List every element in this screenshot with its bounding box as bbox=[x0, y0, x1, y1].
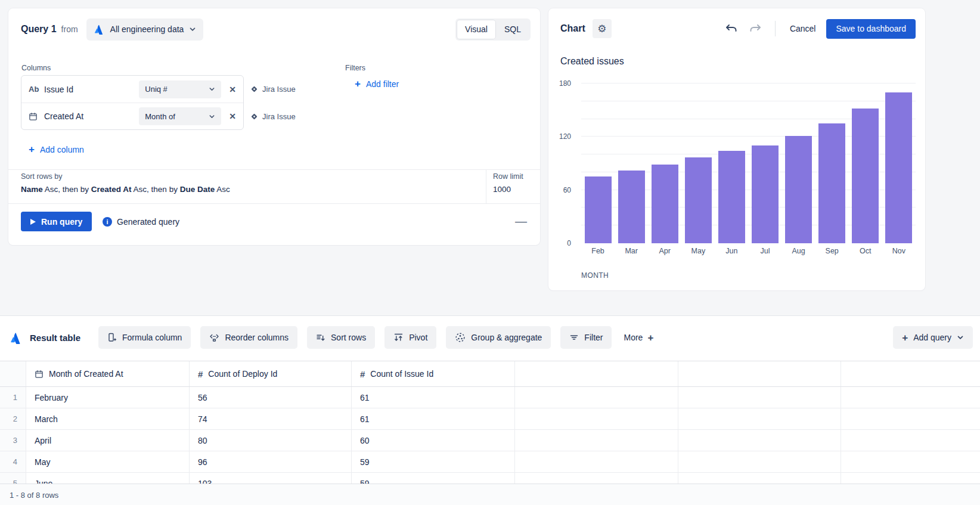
chart-bar[interactable] bbox=[885, 92, 912, 243]
aggregation-dropdown[interactable]: Uniq # bbox=[139, 80, 221, 98]
undo-button[interactable] bbox=[722, 21, 740, 36]
reorder-columns-button[interactable]: Reorder columns bbox=[200, 326, 297, 349]
button-label: Filter bbox=[584, 333, 603, 342]
x-axis-tick: Aug bbox=[782, 247, 815, 255]
row-number: 5 bbox=[0, 473, 26, 484]
source-tag: Jira Issue bbox=[250, 75, 296, 103]
filter-button[interactable]: Filter bbox=[560, 326, 612, 349]
redo-button[interactable] bbox=[746, 21, 764, 36]
tab-visual[interactable]: Visual bbox=[457, 20, 496, 39]
table-cell[interactable]: March bbox=[26, 408, 190, 429]
group-aggregate-icon bbox=[455, 332, 466, 343]
table-cell[interactable]: 61 bbox=[352, 408, 515, 429]
column-header-count-of-issue-id[interactable]: # Count of Issue Id bbox=[352, 361, 515, 386]
sort-value[interactable]: Name Asc, then by Created At Asc, then b… bbox=[21, 185, 230, 194]
column-header-month-of-created-at[interactable]: Month of Created At bbox=[26, 361, 190, 386]
table-cell[interactable]: 103 bbox=[190, 473, 352, 484]
table-row: 4May9659 bbox=[0, 451, 980, 473]
table-cell[interactable]: 74 bbox=[190, 408, 352, 429]
table-cell[interactable]: June bbox=[26, 473, 190, 484]
result-table-label: Result table bbox=[30, 333, 80, 343]
add-filter-button[interactable]: + Add filter bbox=[355, 79, 399, 89]
table-cell[interactable]: 59 bbox=[352, 451, 515, 472]
run-query-button[interactable]: Run query bbox=[21, 212, 92, 231]
table-cell[interactable]: 80 bbox=[190, 430, 352, 451]
table-cell[interactable]: February bbox=[26, 387, 190, 408]
save-to-dashboard-button[interactable]: Save to dashboard bbox=[826, 19, 916, 39]
x-axis-tick: Jul bbox=[748, 247, 781, 255]
result-table-title: Result table bbox=[10, 331, 80, 344]
aggregation-value: Month of bbox=[145, 112, 175, 121]
chart-bar[interactable] bbox=[685, 157, 712, 243]
bar-slot bbox=[715, 83, 748, 243]
cancel-button[interactable]: Cancel bbox=[784, 20, 822, 37]
chart-bar[interactable] bbox=[818, 123, 845, 243]
collapse-panel-button[interactable]: — bbox=[515, 212, 527, 231]
group-aggregate-button[interactable]: Group & aggregate bbox=[446, 326, 551, 349]
y-axis-tick: 60 bbox=[563, 186, 571, 194]
app-canvas: Query 1 from All engineering data Visual… bbox=[0, 0, 980, 505]
chart-panel-title: Chart bbox=[560, 23, 585, 34]
table-cell[interactable]: 60 bbox=[352, 430, 515, 451]
empty-cell bbox=[678, 473, 841, 484]
divider bbox=[486, 169, 486, 203]
empty-cell bbox=[515, 430, 678, 451]
table-row: 5June10359 bbox=[0, 473, 980, 484]
add-query-label: Add query bbox=[913, 333, 951, 342]
empty-cell bbox=[515, 387, 678, 408]
chart-bar[interactable] bbox=[718, 151, 745, 243]
x-axis-tick: Apr bbox=[648, 247, 681, 255]
table-cell[interactable]: April bbox=[26, 430, 190, 451]
chart-bar[interactable] bbox=[585, 176, 612, 243]
table-cell[interactable]: May bbox=[26, 451, 190, 472]
number-type-icon: # bbox=[360, 369, 365, 379]
chart-header: Chart ⚙ Cancel Save to dashboard bbox=[560, 18, 916, 39]
pivot-button[interactable]: Pivot bbox=[384, 326, 436, 349]
empty-column-header bbox=[841, 361, 980, 386]
table-cell[interactable]: 56 bbox=[190, 387, 352, 408]
jira-issue-icon bbox=[250, 85, 258, 93]
add-query-button[interactable]: + Add query bbox=[893, 326, 973, 349]
x-axis-tick: Sep bbox=[815, 247, 849, 255]
table-cell[interactable]: 59 bbox=[352, 473, 515, 484]
empty-cell bbox=[841, 430, 980, 451]
aggregation-dropdown[interactable]: Month of bbox=[139, 107, 221, 125]
remove-column-button[interactable]: ✕ bbox=[229, 85, 236, 94]
table-cell[interactable]: 96 bbox=[190, 451, 352, 472]
sort-rows-button[interactable]: Sort rows bbox=[307, 326, 375, 349]
row-limit-value[interactable]: 1000 bbox=[493, 185, 511, 194]
chart-bar[interactable] bbox=[752, 145, 779, 243]
add-column-button[interactable]: + Add column bbox=[29, 144, 84, 154]
table-cell[interactable]: 61 bbox=[352, 387, 515, 408]
row-number: 3 bbox=[0, 430, 26, 451]
empty-cell bbox=[841, 408, 980, 429]
remove-column-button[interactable]: ✕ bbox=[229, 111, 236, 121]
chart-bar[interactable] bbox=[852, 109, 879, 243]
sort-rows-icon bbox=[316, 333, 325, 342]
bar-slot bbox=[648, 83, 681, 243]
chevron-down-icon bbox=[209, 113, 215, 120]
chart-bar[interactable] bbox=[618, 171, 645, 243]
chart-bar[interactable] bbox=[785, 136, 812, 243]
datasource-selector[interactable]: All engineering data bbox=[86, 18, 204, 41]
chart-settings-button[interactable]: ⚙ bbox=[593, 19, 612, 38]
chart-plot bbox=[581, 83, 916, 243]
x-axis-tick: May bbox=[681, 247, 715, 255]
generated-query-toggle[interactable]: i Generated query bbox=[103, 212, 179, 231]
formula-column-icon bbox=[107, 333, 117, 342]
button-label: Formula column bbox=[122, 333, 182, 342]
row-number: 1 bbox=[0, 387, 26, 408]
tab-sql[interactable]: SQL bbox=[496, 20, 529, 39]
chart-x-axis-title: MONTH bbox=[581, 271, 609, 280]
column-header-count-of-deploy-id[interactable]: # Count of Deploy Id bbox=[190, 361, 352, 386]
formula-column-button[interactable]: Formula column bbox=[98, 326, 191, 349]
more-button[interactable]: More + bbox=[621, 333, 656, 343]
query-from-label: from bbox=[61, 24, 78, 34]
button-label: Sort rows bbox=[331, 333, 366, 342]
y-axis-tick: 0 bbox=[567, 239, 571, 247]
row-number: 4 bbox=[0, 451, 26, 472]
table-row: 3April8060 bbox=[0, 430, 980, 451]
atlassian-logo-icon bbox=[10, 331, 23, 344]
source-label: Jira Issue bbox=[262, 85, 296, 94]
chart-bar[interactable] bbox=[652, 165, 678, 244]
